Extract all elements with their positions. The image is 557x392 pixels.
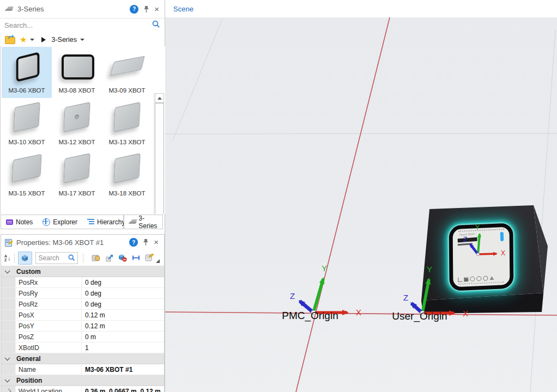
library-search xyxy=(0,18,165,33)
xbot-thumbnail xyxy=(113,153,140,183)
component-item[interactable]: M3-18 XBOT xyxy=(102,150,152,201)
favorites-dropdown-caret-icon[interactable] xyxy=(30,39,34,41)
xbot-thumbnail xyxy=(110,56,145,76)
notes-icon xyxy=(6,219,13,225)
collapse-chevron-icon xyxy=(5,377,10,382)
origin-triads xyxy=(165,17,557,392)
remove-object-icon[interactable] xyxy=(118,254,127,262)
pmc-origin-label: PMC_Origin xyxy=(282,310,338,322)
globe-icon xyxy=(43,218,50,226)
component-item[interactable]: M3-15 XBOT xyxy=(2,150,52,201)
properties-search-input[interactable] xyxy=(36,254,68,262)
property-row: PosRz0 deg xyxy=(1,299,164,310)
series-panel-icon xyxy=(5,6,14,12)
toolbar-overflow-icon[interactable] xyxy=(156,259,160,263)
tab-3-series[interactable]: 3-Series xyxy=(124,215,164,229)
axis-y-label: Y xyxy=(427,265,432,273)
scrollbar-thumb[interactable] xyxy=(155,103,164,214)
close-icon[interactable]: × xyxy=(154,5,159,13)
component-item[interactable]: M3-10 XBOT xyxy=(2,99,52,150)
user-origin-label: User_Origin xyxy=(392,310,447,322)
properties-titlebar: Properties: M3-06 XBOT #1 ? × xyxy=(1,235,164,250)
vertical-scrollbar[interactable] xyxy=(154,93,164,214)
left-dock: 3-Series ? × ★ 3-Seri xyxy=(0,0,165,392)
component-item[interactable]: M3-06 XBOT xyxy=(2,47,52,98)
property-row: World Location 0.36 m, 0.0667 m, 0.12 m xyxy=(1,386,164,392)
properties-panel: Properties: M3-06 XBOT #1 ? × AZ ↓ xyxy=(1,234,165,392)
open-folder-icon[interactable] xyxy=(5,36,15,43)
favorites-star-icon[interactable]: ★ xyxy=(20,35,27,44)
property-row: PosY0.12 m xyxy=(1,321,164,332)
property-row: PosRy0 deg xyxy=(1,288,164,299)
push-hand-icon[interactable] xyxy=(92,254,101,262)
tab-explorer[interactable]: Explorer xyxy=(38,215,82,229)
close-icon[interactable]: × xyxy=(154,238,159,246)
component-item[interactable]: M3-08 XBOT xyxy=(52,47,102,98)
rename-ibeam-icon[interactable] xyxy=(132,254,140,261)
breadcrumb[interactable]: 3-Series xyxy=(51,36,77,44)
object-view-button[interactable] xyxy=(18,252,32,265)
axis-y-label: Y xyxy=(475,224,480,231)
axis-x-label: X xyxy=(501,250,505,256)
application-window: 3-Series ? × ★ 3-Seri xyxy=(0,0,557,392)
properties-search xyxy=(35,252,78,264)
axis-y-label: Y xyxy=(322,264,327,272)
xbot-thumbnail xyxy=(16,52,40,82)
search-icon[interactable] xyxy=(152,20,160,30)
xbot-thumbnail xyxy=(12,154,42,183)
component-item[interactable]: M3-09 XBOT xyxy=(102,47,152,98)
component-grid: M3-06 XBOT M3-08 XBOT M3-09 XBOT M3-10 X… xyxy=(0,46,165,214)
dock-tab-group-active: 3-Series xyxy=(124,215,163,229)
component-item[interactable]: M3-13 XBOT xyxy=(102,99,152,150)
pin-icon[interactable] xyxy=(143,5,149,13)
property-grid: Custom PosRx0 deg PosRy0 deg PosRz0 deg … xyxy=(1,266,164,392)
xbot-thumbnail xyxy=(13,102,40,132)
series-icon xyxy=(129,219,136,225)
property-row: XBotID1 xyxy=(1,342,164,353)
expand-chevron-icon[interactable] xyxy=(5,389,11,392)
properties-title: Properties: M3-06 XBOT #1 xyxy=(16,238,104,247)
breadcrumb-arrow-icon xyxy=(41,37,46,42)
collapse-chevron-icon xyxy=(5,355,10,360)
xbot-thumbnail xyxy=(113,102,140,132)
pin-icon[interactable] xyxy=(143,238,149,246)
properties-icon xyxy=(5,238,13,246)
axis-z-label: Z xyxy=(463,236,467,243)
tab-notes[interactable]: Notes xyxy=(1,215,38,229)
properties-toolbar: AZ ↓ xyxy=(1,250,164,266)
dock-tab-group: Notes Explorer Hierarchy xyxy=(1,215,124,229)
property-row: PosX0.12 m xyxy=(1,310,164,321)
library-panel-title: 3-Series xyxy=(17,5,44,13)
component-item[interactable]: M3-12 XBOT xyxy=(52,99,102,150)
script-icon[interactable] xyxy=(145,254,154,262)
xbot-thumbnail xyxy=(62,54,94,79)
help-button[interactable]: ? xyxy=(130,5,138,14)
scene-tabbar: Scene xyxy=(165,0,557,18)
xbot-thumbnail xyxy=(63,102,90,132)
section-custom[interactable]: Custom xyxy=(1,266,164,277)
hierarchy-icon xyxy=(87,219,94,225)
xbot-thumbnail xyxy=(63,153,90,183)
help-button[interactable]: ? xyxy=(129,238,138,247)
tab-hierarchy[interactable]: Hierarchy xyxy=(82,215,130,229)
tab-scene[interactable]: Scene xyxy=(165,5,193,13)
axis-x-label: X xyxy=(463,309,468,317)
library-search-input[interactable] xyxy=(0,21,152,30)
collapse-chevron-icon xyxy=(5,268,10,273)
section-position[interactable]: Position xyxy=(1,375,164,386)
library-toolbar: ★ 3-Series xyxy=(0,33,165,47)
property-row: PosRx0 deg xyxy=(1,277,164,288)
3d-viewport[interactable]: Planar Motor xyxy=(165,17,557,392)
sort-az-icon[interactable]: AZ ↓ xyxy=(4,254,11,262)
property-row: NameM3-06 XBOT #1 xyxy=(1,364,164,375)
component-item[interactable]: M3-17 XBOT xyxy=(52,150,102,201)
search-icon[interactable] xyxy=(68,254,75,261)
axis-z-label: Z xyxy=(403,293,408,302)
section-general[interactable]: General xyxy=(1,353,164,364)
library-panel-titlebar: 3-Series ? × xyxy=(0,0,165,19)
breadcrumb-dropdown-caret-icon[interactable] xyxy=(80,39,84,41)
axis-z-label: Z xyxy=(290,292,295,300)
scroll-up-icon[interactable] xyxy=(155,93,164,103)
open-external-icon[interactable] xyxy=(106,254,113,262)
property-row: PosZ0 m xyxy=(1,332,164,342)
